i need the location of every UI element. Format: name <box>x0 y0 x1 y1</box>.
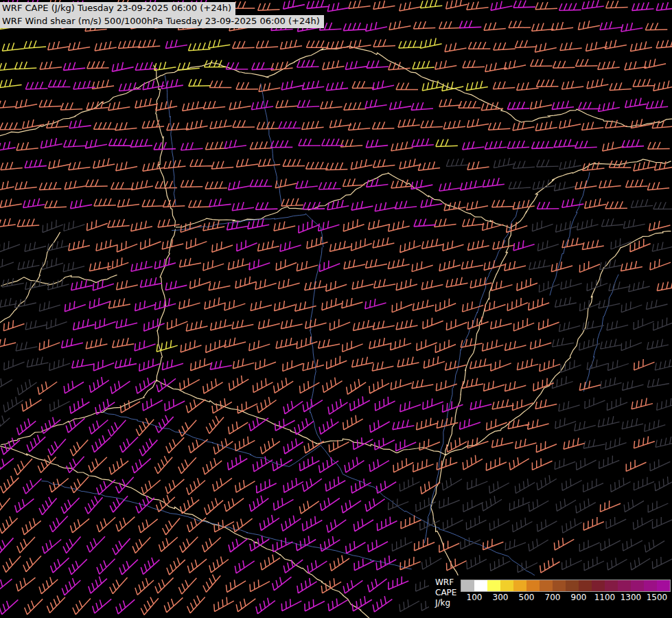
legend-color-cell <box>657 580 670 591</box>
legend-model-label: WRF <box>435 577 456 588</box>
legend-tick-label: 900 <box>566 593 592 602</box>
legend-tick-label: 500 <box>513 593 540 602</box>
legend-color-cell <box>487 580 500 591</box>
rivers <box>41 76 618 591</box>
legend-unit-label: J/kg <box>435 598 456 608</box>
legend-color-cell <box>474 580 487 591</box>
legend-tick-label: 700 <box>540 593 566 602</box>
legend-color-cell <box>500 580 513 591</box>
legend-color-cell <box>579 580 592 591</box>
legend-color-cell <box>618 580 631 591</box>
legend-color-cell <box>526 580 540 591</box>
legend-tick-label: 1500 <box>644 593 670 602</box>
legend-color-cell <box>513 580 526 591</box>
weather-map-svg <box>0 0 672 618</box>
legend-color-cell <box>592 580 605 591</box>
wind-barbs-moderate <box>0 0 672 615</box>
legend-color-cell <box>644 580 657 591</box>
legend-tick-label: 1300 <box>618 593 644 602</box>
cape-legend: WRF CAPE J/kg 10030050070090011001300150… <box>429 575 672 618</box>
country-borders <box>0 46 672 618</box>
weather-map-page: WRF CAPE (J/kg) Tuesday 23-09-2025 06:00… <box>0 0 672 618</box>
legend-color-cell <box>566 580 579 591</box>
legend-colorbar <box>461 580 671 592</box>
legend-tick-labels: 100300500700900110013001500 <box>461 593 671 604</box>
legend-param-label: CAPE <box>435 588 456 598</box>
legend-color-cell <box>631 580 644 591</box>
wind-barbs-jet <box>0 0 488 352</box>
legend-color-cell <box>540 580 553 591</box>
legend-tick-label: 1100 <box>592 593 618 602</box>
legend-tick-label: 300 <box>487 593 513 602</box>
legend-color-cell <box>461 580 474 591</box>
legend-color-cell <box>553 580 566 591</box>
legend-labels: WRF CAPE J/kg <box>435 577 456 608</box>
legend-color-cell <box>605 580 618 591</box>
map-title-cape: WRF CAPE (J/kg) Tuesday 23-09-2025 06:00… <box>0 2 235 15</box>
map-title-windshear: WRF Wind shear (m/s) 500/1000hPa Tuesday… <box>0 15 324 28</box>
legend-tick-label: 100 <box>461 593 487 602</box>
